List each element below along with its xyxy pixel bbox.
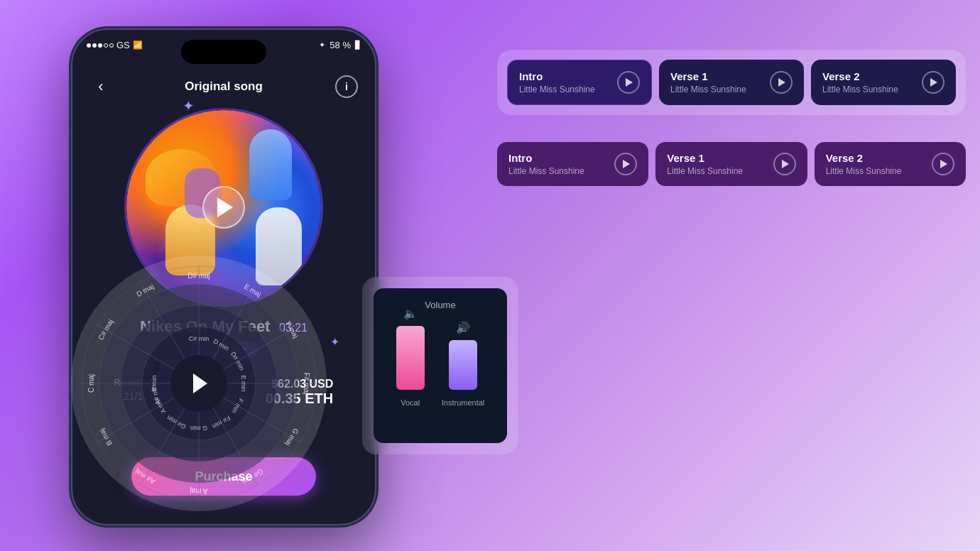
svg-text:C# min: C# min [189, 335, 209, 342]
vocal-bar-container: 🔈 Vocal [396, 307, 425, 407]
instrumental-bar[interactable] [449, 340, 477, 390]
info-button[interactable]: i [335, 75, 358, 98]
vocal-bar[interactable] [396, 326, 425, 390]
card-verse1-2-subtitle: Little Miss Sunshine [667, 166, 743, 176]
status-right: ✦ 58 % ▊ [319, 40, 361, 50]
circle-of-fifths: D# maj E maj F maj F# maj G maj G# maj A… [71, 256, 327, 511]
status-left: GS 📶 [87, 40, 143, 50]
info-icon: i [345, 81, 348, 92]
card-intro-1-title: Intro [519, 70, 617, 82]
back-button[interactable]: ‹ [89, 75, 112, 98]
play-icon [217, 197, 233, 217]
card-intro-1[interactable]: Intro Little Miss Sunshine [507, 60, 652, 105]
card-verse1-2[interactable]: Verse 1 Little Miss Sunshine [655, 142, 807, 186]
wifi-icon: 📶 [133, 40, 143, 50]
play-tri-verse2-2 [940, 160, 947, 168]
card-verse1-1[interactable]: Verse 1 Little Miss Sunshine [659, 60, 804, 105]
card-verse2-1-title: Verse 2 [822, 70, 922, 82]
card-verse2-2-subtitle: Little Miss Sunshine [826, 166, 902, 176]
card-intro-1-text: Intro Little Miss Sunshine [519, 70, 617, 94]
play-btn-intro-1[interactable] [617, 71, 640, 94]
battery-label: 58 % [330, 40, 351, 50]
play-tri-verse2-1 [930, 78, 937, 87]
play-tri-intro-2 [623, 160, 630, 168]
song-cards-row1-container: Intro Little Miss Sunshine Verse 1 Littl… [497, 50, 966, 115]
volume-panel: Volume 🔈 Vocal 🔊 Instrumental [362, 277, 518, 454]
carrier-label: GS [116, 40, 130, 50]
dot-4 [104, 43, 108, 48]
volume-bars: 🔈 Vocal 🔊 Instrumental [396, 322, 485, 407]
dot-5 [109, 43, 114, 48]
play-btn-verse1-2[interactable] [773, 153, 796, 175]
card-verse1-1-text: Verse 1 Little Miss Sunshine [670, 70, 770, 94]
card-verse2-2[interactable]: Verse 2 Little Miss Sunshine [815, 142, 966, 186]
card-verse1-2-title: Verse 1 [667, 152, 743, 164]
card-verse1-2-text: Verse 1 Little Miss Sunshine [667, 152, 743, 176]
card-intro-1-subtitle: Little Miss Sunshine [519, 84, 617, 94]
dynamic-island [181, 40, 266, 64]
vocal-icon: 🔈 [403, 307, 418, 320]
play-btn-intro-2[interactable] [614, 153, 637, 175]
vocal-label: Vocal [401, 398, 420, 407]
volume-title: Volume [425, 300, 455, 310]
card-verse1-1-title: Verse 1 [670, 70, 770, 82]
bluetooth-icon: ✦ [319, 40, 325, 50]
song-cards-row2-container: Intro Little Miss Sunshine Verse 1 Littl… [497, 142, 966, 186]
card-verse2-2-text: Verse 2 Little Miss Sunshine [826, 152, 902, 176]
svg-text:A maj: A maj [190, 487, 207, 495]
circle-center-button[interactable] [170, 355, 227, 412]
dot-3 [98, 43, 102, 48]
play-tri-verse1-2 [782, 160, 789, 168]
card-intro-2-title: Intro [508, 152, 584, 164]
svg-text:B min: B min [151, 375, 158, 391]
instrumental-label: Instrumental [442, 398, 485, 407]
dot-1 [87, 43, 91, 48]
svg-text:G min: G min [190, 425, 207, 432]
signal-dots [87, 43, 114, 48]
play-btn-verse2-1[interactable] [922, 71, 944, 94]
battery-icon: ▊ [355, 40, 361, 50]
card-verse1-1-subtitle: Little Miss Sunshine [670, 84, 770, 94]
card-intro-2-subtitle: Little Miss Sunshine [508, 166, 584, 176]
instrumental-bar-container: 🔊 Instrumental [442, 321, 485, 407]
play-btn-verse2-2[interactable] [932, 153, 954, 175]
circle-play-icon [193, 373, 207, 393]
volume-inner: Volume 🔈 Vocal 🔊 Instrumental [374, 288, 507, 443]
card-verse2-1-subtitle: Little Miss Sunshine [822, 84, 922, 94]
play-tri-verse1-1 [778, 78, 785, 87]
instrumental-icon: 🔊 [456, 321, 470, 334]
page-title: Original song [185, 80, 263, 94]
card-verse2-1-text: Verse 2 Little Miss Sunshine [822, 70, 922, 94]
svg-text:D# maj: D# maj [187, 272, 210, 280]
svg-text:F# maj: F# maj [303, 373, 310, 395]
card-verse2-2-title: Verse 2 [826, 152, 902, 164]
play-tri-intro-1 [626, 78, 633, 87]
dot-2 [92, 43, 97, 48]
card-verse2-1[interactable]: Verse 2 Little Miss Sunshine [811, 60, 956, 105]
nav-bar: ‹ Original song i [72, 71, 375, 102]
card-intro-2[interactable]: Intro Little Miss Sunshine [497, 142, 648, 186]
play-overlay[interactable] [202, 186, 245, 229]
svg-text:E min: E min [240, 375, 247, 391]
card-intro-2-text: Intro Little Miss Sunshine [508, 152, 584, 176]
svg-text:C maj: C maj [87, 374, 95, 393]
play-btn-verse1-1[interactable] [770, 71, 793, 94]
circle-background: D# maj E maj F maj F# maj G maj G# maj A… [71, 256, 327, 511]
